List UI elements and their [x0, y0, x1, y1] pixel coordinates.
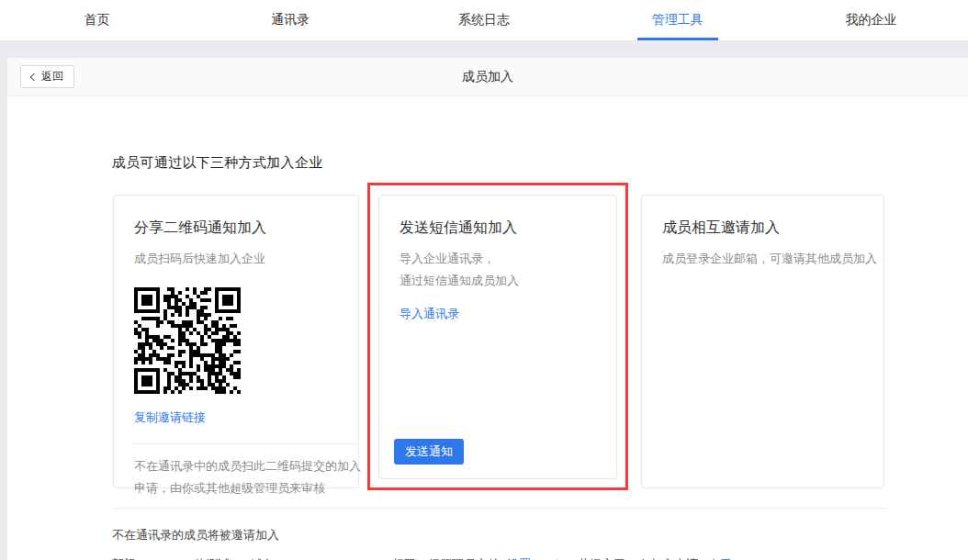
section-heading: 成员可通过以下三种方式加入企业 [112, 154, 323, 172]
card-mutual-invite-join: 成员相互邀请加入 成员登录企业邮箱，可邀请其他成员加入 [641, 195, 884, 488]
settings-link[interactable]: 设置 [507, 556, 531, 560]
chevron-left-icon [30, 73, 38, 80]
top-navigation: 首页 通讯录 系统日志 管理工具 我的企业 [0, 0, 968, 40]
nav-item-label: 首页 [84, 12, 109, 28]
back-button-label: 返回 [41, 69, 63, 84]
card-description-line2: 通过短信通知成员加入 [400, 272, 616, 290]
divider [113, 508, 886, 509]
copy-invite-link[interactable]: 复制邀请链接 [134, 409, 206, 426]
join-method-cards: 分享二维码通知加入 成员扫码后快速加入企业 复制邀请链接 不在通讯录中的成员扫此… [113, 195, 884, 488]
card-description: 成员扫码后快速加入企业 [134, 250, 358, 268]
card-title: 成员相互邀请加入 [662, 218, 884, 238]
card-note: 不在通讯录中的成员扫此二维码提交的加入申请，由你或其他超级管理员来审核 [134, 455, 362, 499]
footer-info-row: 部门：galaxy一体测试 域名：galaxyone.name 权限：须管理员审… [112, 556, 731, 560]
department-info: 部门：galaxy一体测试 [112, 556, 231, 560]
panel-content: 成员可通过以下三种方式加入企业 分享二维码通知加入 成员扫码后快速加入企业 复制… [7, 96, 968, 560]
import-contacts-link[interactable]: 导入通讯录 [400, 306, 459, 322]
view-applications-link[interactable]: 查看 [707, 556, 731, 560]
member-join-panel: 返回 成员加入 成员可通过以下三种方式加入企业 分享二维码通知加入 成员扫码后快… [7, 58, 968, 560]
footer-note: 不在通讯录的成员将被邀请加入 [112, 527, 279, 543]
nav-item-admin-tools[interactable]: 管理工具 [580, 0, 774, 40]
domain-info: 域名：galaxyone.name [251, 556, 374, 560]
card-description: 成员登录企业邮箱，可邀请其他成员加入 [662, 250, 884, 268]
nav-item-label: 通讯录 [271, 12, 310, 28]
applications-count-text: 共提交了 0 条加入申请 [578, 556, 698, 560]
permission-info: 权限：须管理员审核 [392, 556, 500, 560]
card-sms-join: 发送短信通知加入 导入企业通讯录， 通过短信通知成员加入 导入通讯录 发送通知 [378, 195, 617, 479]
card-qr-code-join: 分享二维码通知加入 成员扫码后快速加入企业 复制邀请链接 不在通讯录中的成员扫此… [113, 195, 359, 488]
panel-header: 返回 成员加入 [7, 58, 968, 96]
back-button[interactable]: 返回 [20, 65, 74, 88]
card-title: 发送短信通知加入 [400, 218, 616, 238]
card-divider [134, 443, 355, 444]
nav-item-my-enterprise[interactable]: 我的企业 [774, 0, 968, 40]
card-description-line1: 导入企业通讯录， [400, 250, 616, 268]
send-notification-button[interactable]: 发送通知 [394, 439, 464, 465]
nav-item-system-log[interactable]: 系统日志 [388, 0, 581, 40]
page-title: 成员加入 [7, 69, 968, 85]
card-title: 分享二维码通知加入 [134, 218, 358, 238]
nav-item-label: 管理工具 [652, 12, 703, 28]
nav-item-label: 我的企业 [846, 12, 897, 28]
nav-item-home[interactable]: 首页 [0, 0, 194, 40]
qr-code-image [134, 287, 241, 394]
nav-item-contacts[interactable]: 通讯录 [194, 0, 388, 40]
nav-item-label: 系统日志 [458, 12, 510, 28]
active-tab-underline [637, 38, 718, 40]
